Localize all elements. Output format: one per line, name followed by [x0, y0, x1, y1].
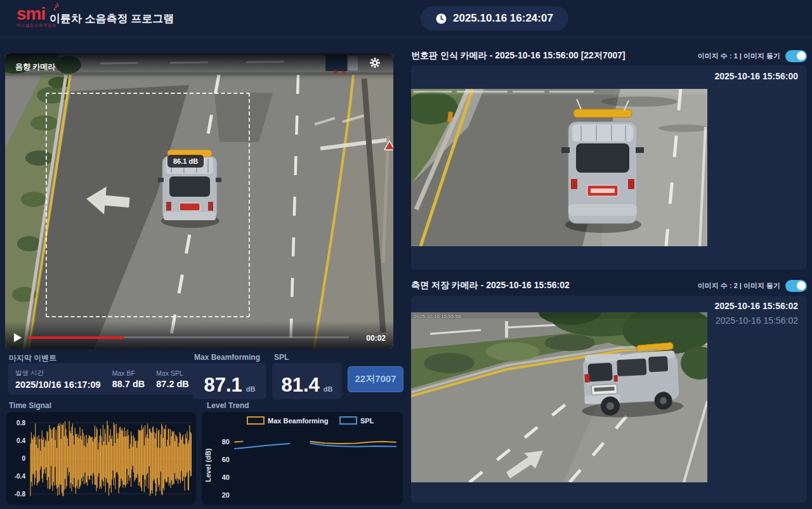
video-progress-fill [28, 336, 124, 339]
svg-text:0: 0 [22, 455, 25, 462]
license-plate-button[interactable]: 22저7007 [348, 366, 403, 392]
svg-text:-0.8: -0.8 [15, 491, 26, 498]
side-camera-image-count: 이미지 수 : 2 | 이미지 동기 [698, 281, 780, 291]
gear-icon [369, 57, 381, 69]
db-measurement-badge: 86.1 dB [167, 155, 204, 168]
level-trend-chart: 80604020Level (dB)Max BeamformingSPL [202, 412, 403, 505]
video-top-overlay: 음향 카메라 [5, 53, 393, 80]
side-camera-header: 측면 저장 카메라 - 2025-10-16 15:56:02 이미지 수 : … [411, 278, 807, 293]
beamforming-title: Max Beamforming [194, 353, 260, 362]
event-maxspl-col: Max SPL 87.2 dB [156, 369, 189, 389]
svg-text:20: 20 [222, 491, 230, 499]
video-elapsed-time: 00:02 [366, 334, 386, 343]
clock-icon [436, 13, 447, 24]
app-root: smi 에스엠인스트루먼트 이륜차 소음측정 프로그램 2025.10.16 1… [0, 0, 812, 509]
svg-text:0.4: 0.4 [16, 437, 25, 444]
svg-text:Max Beamforming: Max Beamforming [268, 417, 328, 425]
page-title: 이륜차 소음측정 프로그램 [49, 11, 174, 26]
time-signal-chart: 0.80.40-0.4-0.8 [6, 412, 196, 505]
event-maxspl-value: 87.2 dB [156, 379, 189, 389]
level-trend-title: Level Trend [207, 401, 249, 410]
acoustic-camera-video: 86.1 dB 음향 카메라 [5, 53, 393, 349]
plate-camera-timestamp[interactable]: 2025-10-16 15:56:00 [714, 71, 798, 81]
beamforming-unit: dB [246, 385, 256, 395]
settings-button[interactable] [369, 57, 386, 74]
side-camera-timestamp-1[interactable]: 2025-10-16 15:56:02 [714, 301, 798, 311]
video-controls-bar: 00:02 [5, 321, 393, 349]
header-bar: smi 에스엠인스트루먼트 이륜차 소음측정 프로그램 2025.10.16 1… [0, 0, 812, 37]
detection-zone-rect [46, 93, 250, 317]
svg-text:40: 40 [222, 473, 230, 481]
plate-camera-image [411, 89, 707, 246]
plate-camera-image-count: 이미지 수 : 1 | 이미지 동기 [698, 51, 780, 61]
play-button[interactable] [14, 333, 22, 342]
event-maxbf-col: Max BF 88.7 dB [112, 369, 145, 389]
last-event-card: 발생 시간 2025/10/16 16:17:09 Max BF 88.7 dB… [8, 363, 202, 395]
side-camera-card: 2025-10-16 15:56:02 2025-10-16 15:56:02 [411, 296, 807, 503]
event-maxbf-label: Max BF [112, 369, 145, 377]
event-maxbf-value: 88.7 dB [112, 379, 145, 389]
side-camera-timestamp-2[interactable]: 2025-10-16 15:56:02 [716, 315, 798, 326]
svg-text:0.8: 0.8 [16, 420, 25, 426]
video-label: 음향 카메라 [15, 62, 55, 72]
plate-camera-sync-toggle[interactable] [785, 50, 807, 62]
datetime-text: 2025.10.16 16:24:07 [453, 12, 553, 25]
spl-value: 81.4 [281, 375, 319, 395]
event-maxspl-label: Max SPL [156, 369, 189, 377]
svg-text:-0.4: -0.4 [15, 473, 26, 480]
spl-title: SPL [274, 353, 289, 362]
plate-camera-title: 번호판 인식 카메라 - 2025-10-16 15:56:00 [22저700… [411, 50, 625, 62]
plate-camera-card: 2025-10-16 15:56:00 [411, 65, 807, 270]
beamforming-value: 87.1 [204, 375, 242, 395]
svg-text:Level (dB): Level (dB) [204, 448, 212, 482]
toggle-knob [797, 281, 806, 290]
side-camera-title: 측면 저장 카메라 - 2025-10-16 15:56:02 [411, 280, 570, 291]
beamforming-gauge: 87.1 dB [193, 363, 266, 399]
plate-camera-header: 번호판 인식 카메라 - 2025-10-16 15:56:00 [22저700… [411, 48, 807, 63]
toggle-knob [797, 51, 806, 60]
side-camera-image [411, 312, 707, 482]
time-signal-chart-card: 0.80.40-0.4-0.8 [6, 412, 196, 505]
signal-waves-icon [52, 3, 62, 12]
svg-text:60: 60 [222, 456, 230, 463]
datetime-pill: 2025.10.16 16:24:07 [421, 6, 568, 30]
spl-gauge: 81.4 dB [272, 363, 342, 399]
side-camera-image-overlay-time: 2025-10-16 15:55:59 [414, 314, 461, 319]
svg-text:SPL: SPL [360, 417, 374, 425]
last-event-section-title: 마지막 이벤트 [9, 353, 56, 364]
event-time-col: 발생 시간 2025/10/16 16:17:09 [15, 369, 101, 390]
event-time-value: 2025/10/16 16:17:09 [15, 380, 101, 390]
time-signal-title: Time Signal [9, 401, 51, 410]
video-progress-bar[interactable] [28, 336, 349, 338]
side-camera-sync-toggle[interactable] [785, 280, 807, 292]
level-trend-chart-card: 80604020Level (dB)Max BeamformingSPL [202, 412, 403, 505]
event-time-label: 발생 시간 [15, 369, 101, 378]
spl-unit: dB [324, 385, 333, 395]
svg-text:80: 80 [222, 438, 230, 446]
